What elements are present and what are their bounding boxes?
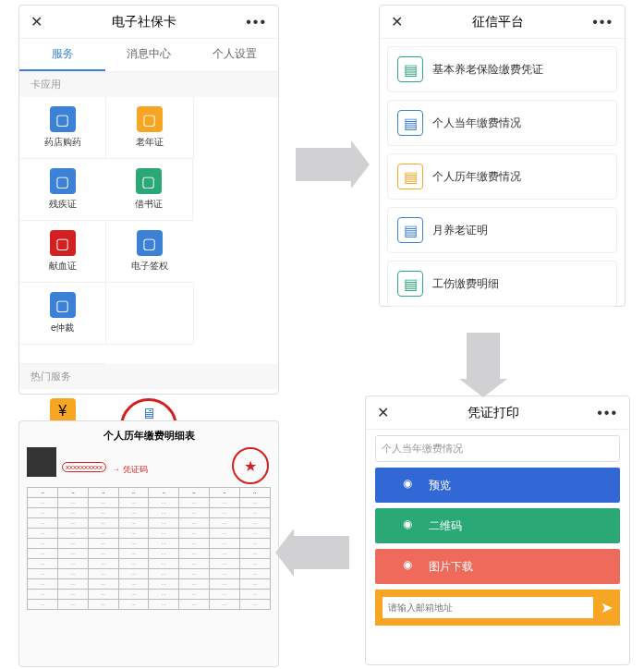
credit-list: ▤基本养老保险缴费凭证▤个人当年缴费情况▤个人历年缴费情况▤月养老证明▤工伤缴费… (380, 39, 625, 322)
list-item[interactable]: ▤基本养老保险缴费凭证 (387, 46, 617, 92)
app-label: 献血证 (19, 260, 105, 273)
app-cell[interactable]: ▢献血证 (19, 221, 106, 283)
app-grid: ▢药店购药▢老年证▢残疾证▢借书证▢献血证▢电子签权▢e仲裁 (19, 97, 278, 364)
tabs: 服务 消息中心 个人设置 (19, 39, 278, 72)
credit-platform-panel: ✕ 征信平台 ••• ▤基本养老保险缴费凭证▤个人当年缴费情况▤个人历年缴费情况… (379, 5, 626, 307)
data-table: ········································… (27, 487, 270, 610)
item-label: 月养老证明 (432, 223, 488, 238)
tab-settings[interactable]: 个人设置 (192, 39, 278, 71)
app-icon: ▢ (50, 106, 76, 132)
app-label: 药店购药 (19, 136, 105, 149)
more-icon[interactable]: ••• (597, 405, 618, 421)
button-label: 预览 (429, 478, 451, 493)
header: ✕ 征信平台 ••• (380, 6, 625, 39)
item-label: 个人当年缴费情况 (432, 116, 521, 131)
item-icon: ▤ (397, 110, 423, 136)
app-icon: ▢ (136, 168, 162, 194)
app-label: 老年证 (106, 136, 192, 149)
section-label: 热门服务 (19, 364, 278, 389)
list-item[interactable]: ▤月养老证明 (387, 207, 617, 253)
close-icon[interactable]: ✕ (30, 13, 43, 30)
button-label: 图片下载 (429, 559, 473, 575)
button-icon: ◉ (403, 517, 419, 534)
item-label: 工伤缴费明细 (432, 276, 499, 292)
app-icon: ▢ (50, 230, 76, 256)
item-icon: ▤ (397, 217, 423, 243)
more-icon[interactable]: ••• (246, 14, 267, 30)
panel-title: 电子社保卡 (43, 14, 246, 30)
app-label: 残疾证 (19, 198, 105, 211)
action-button[interactable]: ◉二维码 (375, 508, 620, 543)
item-icon: ▤ (397, 271, 423, 297)
app-icon: ▢ (137, 106, 163, 132)
print-panel: ✕ 凭证打印 ••• 个人当年缴费情况 ◉预览◉二维码◉图片下载 ➤ (365, 395, 630, 665)
app-cell[interactable]: ▢残疾证 (19, 159, 105, 221)
item-label: 基本养老保险缴费凭证 (432, 62, 543, 78)
app-label: 电子签权 (106, 260, 192, 273)
arrow-right-icon (296, 148, 351, 181)
email-input[interactable] (383, 597, 593, 618)
arrow-down-icon (467, 333, 500, 379)
tab-service[interactable]: 服务 (19, 39, 105, 71)
panel-title: 凭证打印 (389, 405, 597, 421)
cert-code-highlight: xxxxxxxxxx (62, 462, 106, 472)
app-cell[interactable]: ▢借书证 (105, 159, 192, 221)
arrow-left-icon (294, 536, 349, 569)
stamp-icon: ★ (232, 447, 269, 484)
panel-title: 征信平台 (403, 14, 592, 30)
app-cell[interactable]: ▢老年证 (106, 97, 193, 159)
list-item[interactable]: ▤个人历年缴费情况 (387, 153, 617, 200)
close-icon[interactable]: ✕ (377, 404, 389, 421)
app-icon: ▢ (50, 168, 76, 194)
list-item[interactable]: ▤个人当年缴费情况 (387, 100, 617, 146)
email-row: ➤ (375, 590, 620, 626)
cert-type-input[interactable]: 个人当年缴费情况 (375, 435, 620, 462)
app-cell[interactable]: ▢电子签权 (106, 221, 192, 283)
header: ✕ 凭证打印 ••• (366, 396, 629, 430)
section-label: 卡应用 (19, 72, 278, 97)
app-icon: ▢ (137, 230, 163, 256)
button-label: 二维码 (429, 518, 462, 534)
app-label: e仲裁 (19, 322, 105, 334)
app-cell[interactable]: ▢药店购药 (19, 97, 106, 159)
more-icon[interactable]: ••• (592, 14, 614, 30)
button-icon: ◉ (403, 558, 419, 575)
qr-code-icon (27, 447, 56, 477)
button-icon: ◉ (403, 477, 419, 493)
item-label: 个人历年缴费情况 (432, 169, 521, 185)
app-label: 借书证 (105, 198, 191, 211)
item-icon: ▤ (397, 164, 423, 189)
tab-messages[interactable]: 消息中心 (105, 39, 191, 71)
item-icon: ▤ (397, 56, 423, 82)
app-icon: ▢ (50, 292, 76, 318)
doc-title: 个人历年缴费明细表 (19, 421, 278, 450)
arrow-icon: → 凭证码 (112, 464, 148, 476)
social-card-panel: ✕ 电子社保卡 ••• 服务 消息中心 个人设置 卡应用 ▢药店购药▢老年证▢残… (18, 5, 279, 395)
close-icon[interactable]: ✕ (391, 13, 403, 30)
action-button[interactable]: ◉预览 (375, 468, 620, 503)
document-preview: 个人历年缴费明细表 xxxxxxxxxx → 凭证码 ★ ···········… (18, 420, 279, 667)
list-item[interactable]: ▤工伤缴费明细 (387, 261, 617, 307)
app-cell[interactable]: ▢e仲裁 (19, 283, 106, 345)
header: ✕ 电子社保卡 ••• (19, 6, 278, 39)
send-icon[interactable]: ➤ (601, 599, 613, 616)
action-button[interactable]: ◉图片下载 (375, 549, 620, 584)
